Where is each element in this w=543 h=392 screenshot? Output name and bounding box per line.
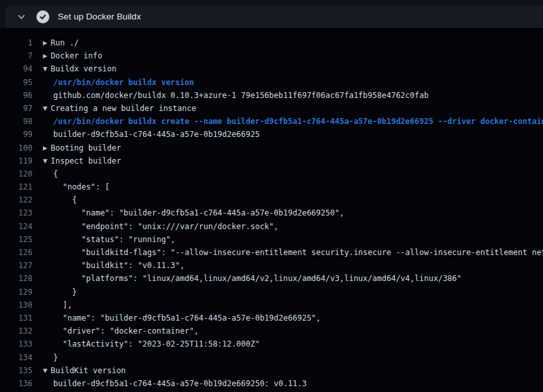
line-number[interactable]: 131	[0, 312, 32, 325]
log-group-header[interactable]: 97 ▼Creating a new builder instance	[0, 102, 543, 115]
actions-log-page: { "colors": { "page_bg": "#0d1117", "hea…	[0, 0, 543, 392]
group-collapsed-arrow-icon[interactable]: ▶	[43, 141, 51, 154]
group-title: Booting builder	[51, 143, 121, 153]
line-number[interactable]: 124	[0, 220, 32, 233]
output-text: "buildkitd-flags": "--allow-insecure-ent…	[43, 246, 543, 259]
line-number[interactable]: 98	[0, 115, 32, 128]
line-number[interactable]: 133	[0, 337, 32, 350]
output-text: "name": "builder-d9cfb5a1-c764-445a-a57e…	[43, 206, 344, 219]
log-line: 132 "driver": "docker-container",	[0, 325, 543, 337]
group-content: ▶Run ./	[43, 36, 79, 49]
line-number[interactable]: 96	[0, 89, 32, 102]
log-group-header[interactable]: 100 ▶Booting builder	[0, 141, 543, 154]
output-text: ],	[43, 299, 72, 312]
command-text: /usr/bin/docker buildx version	[43, 76, 194, 89]
log-group-header[interactable]: 119 ▼Inspect builder	[0, 154, 543, 167]
log-group-header[interactable]: 1 ▶Run ./	[0, 36, 543, 49]
group-collapsed-arrow-icon[interactable]: ▶	[43, 36, 51, 49]
group-expanded-arrow-icon[interactable]: ▼	[43, 364, 51, 377]
log-line: 124 "endpoint": "unix:///var/run/docker.…	[0, 220, 543, 233]
output-text: "endpoint": "unix:///var/run/docker.sock…	[43, 220, 279, 233]
output-text: github.com/docker/buildx 0.10.3+azure-1 …	[43, 89, 429, 102]
group-title: Creating a new builder instance	[51, 104, 196, 113]
output-text: }	[43, 351, 58, 364]
line-number[interactable]: 130	[0, 299, 32, 312]
line-number[interactable]: 7	[0, 49, 32, 62]
output-text: builder-d9cfb5a1-c764-445a-a57e-0b19d2e6…	[43, 377, 307, 390]
line-number[interactable]: 135	[0, 364, 32, 377]
step-header[interactable]: Set up Docker Buildx	[5, 5, 543, 28]
line-number[interactable]: 122	[0, 193, 32, 206]
line-number[interactable]: 99	[0, 128, 32, 141]
output-text: "buildkit": "v0.11.3",	[43, 259, 184, 272]
log-line: 133 "lastActivity": "2023-02-25T11:58:12…	[0, 337, 543, 350]
log-line: 134 }	[0, 351, 543, 364]
log-line: 121 "nodes": [	[0, 180, 543, 193]
line-number[interactable]: 127	[0, 259, 32, 272]
group-content: ▼Creating a new builder instance	[43, 102, 196, 115]
group-expanded-arrow-icon[interactable]: ▼	[43, 154, 51, 167]
line-number[interactable]: 94	[0, 62, 32, 75]
group-content: ▼Inspect builder	[43, 154, 121, 167]
log-group-header[interactable]: 94 ▼Buildx version	[0, 62, 543, 75]
log-line: 122 {	[0, 193, 543, 206]
command-text: /usr/bin/docker buildx create --name bui…	[43, 115, 543, 128]
group-collapsed-arrow-icon[interactable]: ▶	[43, 49, 51, 62]
log-line: 95 /usr/bin/docker buildx version	[0, 76, 543, 89]
group-expanded-arrow-icon[interactable]: ▼	[43, 102, 51, 115]
output-text: {	[43, 167, 58, 180]
output-text: "lastActivity": "2023-02-25T11:58:12.000…	[43, 337, 260, 350]
line-number[interactable]: 121	[0, 180, 32, 193]
log-line: 129 }	[0, 286, 543, 299]
output-text: "status": "running",	[43, 233, 175, 246]
output-text: {	[43, 193, 77, 206]
line-number[interactable]: 125	[0, 233, 32, 246]
log-group-header[interactable]: 135 ▼BuildKit version	[0, 364, 543, 377]
group-content: ▼Buildx version	[43, 62, 116, 75]
group-expanded-arrow-icon[interactable]: ▼	[43, 62, 51, 75]
log-line: 96 github.com/docker/buildx 0.10.3+azure…	[0, 89, 543, 102]
log-line: 127 "buildkit": "v0.11.3",	[0, 259, 543, 272]
log-lines: 1 ▶Run ./ 7 ▶Docker info 94 ▼Buildx vers…	[0, 28, 543, 392]
group-content: ▶Booting builder	[43, 141, 121, 154]
group-content: ▶Docker info	[43, 49, 102, 62]
group-title: Docker info	[51, 51, 102, 60]
group-title: Buildx version	[51, 64, 116, 73]
chevron-down-icon[interactable]	[17, 12, 26, 21]
line-number[interactable]: 120	[0, 167, 32, 180]
log-line: 120 {	[0, 167, 543, 180]
log-line: 130 ],	[0, 299, 543, 312]
output-text: builder-d9cfb5a1-c764-445a-a57e-0b19d2e6…	[43, 128, 260, 141]
log-line: 98 /usr/bin/docker buildx create --name …	[0, 115, 543, 128]
output-text: "platforms": "linux/amd64,linux/amd64/v2…	[43, 272, 462, 285]
log-line: 123 "name": "builder-d9cfb5a1-c764-445a-…	[0, 206, 543, 219]
log-group-header[interactable]: 7 ▶Docker info	[0, 49, 543, 62]
output-text: "nodes": [	[43, 180, 110, 193]
line-number[interactable]: 126	[0, 246, 32, 259]
line-number[interactable]: 100	[0, 141, 32, 154]
step-title: Set up Docker Buildx	[58, 12, 141, 21]
output-text: "driver": "docker-container",	[43, 325, 199, 337]
group-title: BuildKit version	[51, 366, 126, 375]
line-number[interactable]: 128	[0, 272, 32, 285]
output-text: }	[43, 286, 77, 299]
line-number[interactable]: 119	[0, 154, 32, 167]
line-number[interactable]: 123	[0, 206, 32, 219]
group-title: Inspect builder	[51, 156, 121, 165]
output-text: "name": "builder-d9cfb5a1-c764-445a-a57e…	[43, 312, 321, 325]
line-number[interactable]: 132	[0, 325, 32, 337]
line-number[interactable]: 129	[0, 286, 32, 299]
log-line: 128 "platforms": "linux/amd64,linux/amd6…	[0, 272, 543, 285]
line-number[interactable]: 134	[0, 351, 32, 364]
log-line: 126 "buildkitd-flags": "--allow-insecure…	[0, 246, 543, 259]
log-line: 99 builder-d9cfb5a1-c764-445a-a57e-0b19d…	[0, 128, 543, 141]
line-number[interactable]: 136	[0, 377, 32, 390]
group-title: Run ./	[51, 38, 79, 47]
line-number[interactable]: 95	[0, 76, 32, 89]
check-circle-icon	[36, 10, 49, 23]
line-number[interactable]: 1	[0, 36, 32, 49]
line-number[interactable]: 97	[0, 102, 32, 115]
log-line: 125 "status": "running",	[0, 233, 543, 246]
group-content: ▼BuildKit version	[43, 364, 126, 377]
log-line: 136 builder-d9cfb5a1-c764-445a-a57e-0b19…	[0, 377, 543, 390]
